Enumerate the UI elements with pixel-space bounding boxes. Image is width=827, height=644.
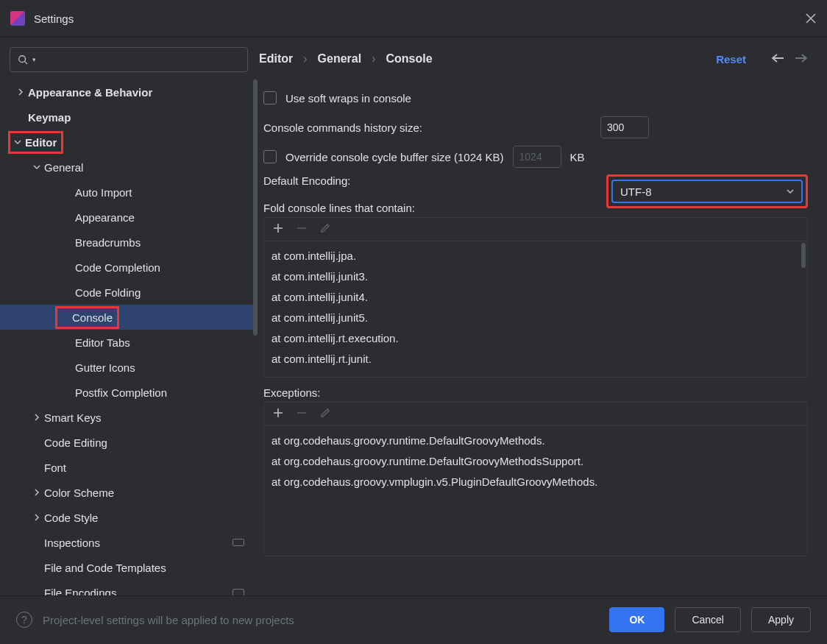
tree-item-label: Editor	[25, 136, 57, 149]
chevron-right-icon	[13, 88, 28, 96]
close-icon[interactable]	[805, 13, 817, 24]
tree-item-color-scheme[interactable]: Color Scheme	[0, 480, 253, 505]
history-size-label: Console commands history size:	[263, 121, 422, 134]
edit-icon	[320, 223, 330, 236]
tree-item-label: Gutter Icons	[75, 361, 135, 374]
forward-button	[795, 53, 808, 66]
tree-item-label: Appearance	[75, 211, 135, 224]
tree-item-code-completion[interactable]: Code Completion	[0, 255, 253, 280]
edit-icon	[320, 408, 330, 420]
tree-item-keymap[interactable]: Keymap	[0, 105, 253, 130]
tree-item-label: File Encodings	[44, 587, 116, 596]
chevron-right-icon	[29, 414, 44, 421]
tree-item-font[interactable]: Font	[0, 455, 253, 480]
tree-item-label: Keymap	[28, 111, 71, 124]
list-item[interactable]: at org.codehaus.groovy.runtime.DefaultGr…	[271, 451, 800, 472]
remove-icon	[297, 408, 307, 420]
history-size-input[interactable]	[600, 116, 649, 138]
chevron-down-icon	[10, 138, 25, 146]
search-input[interactable]: ▾	[10, 47, 248, 72]
settings-tree[interactable]: Appearance & BehaviorKeymapEditorGeneral…	[0, 79, 258, 595]
search-dropdown-icon: ▾	[32, 56, 36, 63]
chevron-down-icon	[29, 163, 44, 171]
tree-item-label: Code Editing	[44, 436, 107, 449]
tree-item-label: General	[44, 161, 83, 174]
scrollbar[interactable]	[801, 243, 806, 268]
tree-item-label: Code Style	[44, 512, 98, 524]
tree-item-inspections[interactable]: Inspections	[0, 530, 253, 555]
list-item[interactable]: at com.intellij.junit3.	[271, 266, 800, 287]
project-badge-icon	[233, 539, 244, 546]
fold-lines-label: Fold console lines that contain:	[263, 202, 597, 214]
chevron-down-icon	[787, 188, 794, 195]
tree-item-label: Code Completion	[75, 261, 160, 274]
soft-wraps-checkbox[interactable]	[263, 91, 277, 105]
tree-item-label: Color Scheme	[44, 486, 114, 499]
tree-item-code-editing[interactable]: Code Editing	[0, 430, 253, 455]
add-icon[interactable]	[273, 223, 283, 236]
breadcrumb: Editor› General› Console	[259, 52, 433, 66]
app-icon	[10, 11, 25, 26]
tree-item-label: File and Code Templates	[44, 562, 166, 574]
chevron-right-icon	[29, 489, 44, 496]
tree-item-label: Inspections	[44, 537, 100, 549]
override-buffer-input	[513, 146, 561, 168]
tree-item-appearance[interactable]: Appearance	[0, 205, 253, 230]
remove-icon	[297, 223, 307, 236]
exceptions-label: Exceptions:	[263, 386, 808, 399]
window-title: Settings	[34, 13, 74, 25]
svg-point-0	[19, 56, 26, 63]
tree-item-code-style[interactable]: Code Style	[0, 505, 253, 530]
tree-item-file-and-code-templates[interactable]: File and Code Templates	[0, 555, 253, 580]
project-badge-icon	[233, 589, 244, 595]
tree-item-label: Appearance & Behavior	[28, 86, 152, 99]
tree-item-label: Console	[72, 311, 113, 324]
tree-item-label: Font	[44, 461, 66, 474]
tree-item-label: Breadcrumbs	[75, 236, 141, 249]
list-item[interactable]: at org.codehaus.groovy.vmplugin.v5.Plugi…	[271, 472, 800, 492]
reset-button[interactable]: Reset	[716, 53, 746, 66]
encoding-select[interactable]: UTF-8	[611, 180, 803, 203]
chevron-right-icon	[29, 514, 44, 521]
override-buffer-checkbox[interactable]	[263, 150, 277, 163]
add-icon[interactable]	[273, 408, 283, 420]
list-item[interactable]: at com.intellij.rt.junit.	[271, 349, 800, 369]
tree-item-label: Auto Import	[75, 186, 132, 199]
tree-item-appearance-behavior[interactable]: Appearance & Behavior	[0, 79, 253, 105]
tree-item-label: Code Folding	[75, 286, 141, 299]
list-item[interactable]: at org.codehaus.groovy.runtime.DefaultGr…	[271, 431, 800, 451]
tree-item-console[interactable]: Console	[0, 305, 253, 330]
tree-item-general[interactable]: General	[0, 155, 253, 180]
tree-item-label: Editor Tabs	[75, 336, 130, 349]
help-button[interactable]: ?	[16, 612, 32, 628]
list-item[interactable]: at com.intellij.junit5.	[271, 308, 800, 328]
tree-item-label: Postfix Completion	[75, 386, 167, 399]
list-item[interactable]: at com.intellij.junit4.	[271, 287, 800, 308]
footer-hint: Project-level settings will be applied t…	[43, 614, 294, 626]
override-buffer-unit: KB	[570, 151, 585, 163]
search-icon	[18, 54, 28, 65]
ok-button[interactable]: OK	[609, 607, 664, 632]
tree-item-editor-tabs[interactable]: Editor Tabs	[0, 330, 253, 355]
tree-item-breadcrumbs[interactable]: Breadcrumbs	[0, 230, 253, 255]
tree-item-label: Smart Keys	[44, 411, 102, 424]
tree-item-auto-import[interactable]: Auto Import	[0, 180, 253, 205]
tree-item-file-encodings[interactable]: File Encodings	[0, 580, 253, 595]
exceptions-list[interactable]: at org.codehaus.groovy.runtime.DefaultGr…	[263, 402, 808, 556]
cancel-button[interactable]: Cancel	[675, 607, 741, 632]
tree-item-editor[interactable]: Editor	[0, 130, 253, 155]
apply-button[interactable]: Apply	[751, 607, 811, 632]
encoding-label: Default Encoding:	[263, 174, 597, 187]
tree-item-gutter-icons[interactable]: Gutter Icons	[0, 355, 253, 380]
override-buffer-label: Override console cycle buffer size (1024…	[285, 151, 504, 163]
fold-lines-list[interactable]: at com.intellij.jpa.at com.intellij.juni…	[263, 217, 808, 378]
tree-item-postfix-completion[interactable]: Postfix Completion	[0, 380, 253, 405]
back-button[interactable]	[771, 53, 784, 66]
list-item[interactable]: at com.intellij.jpa.	[271, 246, 800, 266]
soft-wraps-label: Use soft wraps in console	[285, 92, 411, 105]
tree-item-smart-keys[interactable]: Smart Keys	[0, 405, 253, 430]
list-item[interactable]: at com.intellij.rt.execution.	[271, 328, 800, 349]
tree-item-code-folding[interactable]: Code Folding	[0, 280, 253, 305]
